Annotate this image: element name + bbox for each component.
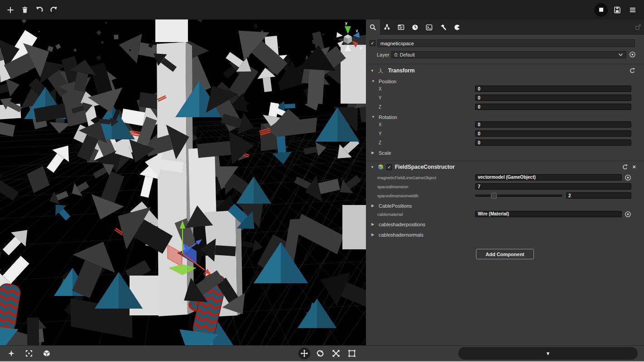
transform-title: Transform	[388, 67, 415, 74]
active-checkbox[interactable]: ✓	[370, 40, 375, 46]
inspector-toolbar	[366, 19, 644, 35]
spacedimension-row: spacedimension	[377, 183, 631, 190]
magnetic-field-object-field[interactable]: vectormodel (GameObject)	[475, 174, 622, 181]
inspector-panel: ✓ Layer 0: Default	[366, 19, 644, 345]
object-picker-icon[interactable]	[624, 210, 631, 218]
position-x-row: X	[379, 86, 631, 92]
spacedimensionwidth-row: spacedimensionwidth	[377, 192, 631, 199]
redo-button[interactable]	[48, 4, 60, 16]
fsc-foldout[interactable]: ▼	[370, 165, 375, 169]
position-y-input[interactable]	[475, 95, 631, 101]
layer-value: 0: Default	[394, 52, 618, 57]
rotation-z-row: Z	[379, 139, 631, 146]
reset-fsc-button[interactable]	[621, 163, 629, 171]
reset-transform-button[interactable]	[629, 67, 636, 74]
pivot-icon	[7, 349, 15, 357]
console-expander[interactable]: ▼	[458, 347, 638, 360]
axis-label-z: z	[356, 29, 358, 33]
magnetic-field-row: magneticFieldLineGameObject vectormodel …	[377, 174, 631, 181]
layer-dropdown[interactable]: 0: Default	[391, 51, 626, 58]
rotation-y-row: Y	[379, 130, 631, 137]
rotation-x-input[interactable]	[475, 121, 631, 128]
reset-icon	[629, 67, 635, 74]
position-y-row: Y	[379, 95, 631, 101]
axis-label: Y	[379, 131, 475, 136]
rotation-y-input[interactable]	[475, 130, 631, 137]
component-fieldspaceconstructor: ▼ ✓ FieldSpaceConstructor	[366, 161, 644, 239]
rotate-tool-button[interactable]	[314, 348, 326, 359]
play-stop-button[interactable]	[594, 3, 608, 17]
menu-button[interactable]	[627, 4, 639, 16]
scale-foldout[interactable]: ▶ Scale	[371, 148, 644, 157]
position-x-input[interactable]	[475, 86, 631, 92]
rotation-label: Rotation	[379, 114, 397, 120]
undo-button[interactable]	[34, 4, 45, 16]
cablepositions-foldout[interactable]: ▶ CablePositions	[371, 201, 644, 210]
tab-profiler[interactable]	[450, 19, 464, 35]
search-icon	[369, 24, 377, 31]
object-picker-icon[interactable]	[624, 174, 631, 181]
editor-window: y z x	[0, 0, 644, 362]
rotation-foldout[interactable]: ▼ Rotation	[371, 113, 644, 121]
component-transform: ▼ Transform	[366, 64, 644, 157]
top-toolbar	[0, 0, 644, 19]
project-icon	[397, 24, 405, 31]
view-cube-icon	[43, 349, 51, 357]
scale-label: Scale	[379, 150, 391, 156]
frame-selected-icon	[25, 349, 33, 357]
layer-picker-icon[interactable]	[629, 51, 636, 58]
rotate-tool-icon	[316, 349, 324, 357]
rotation-z-input[interactable]	[475, 139, 631, 146]
pivot-button[interactable]	[5, 348, 17, 359]
hierarchy-icon	[383, 24, 391, 31]
cablematerial-row: cablematerial Wire (Material)	[377, 211, 631, 217]
undo-icon	[35, 6, 43, 14]
delete-button[interactable]	[19, 4, 31, 16]
cableshadernormals-foldout[interactable]: ▶ cableshadernormals	[371, 230, 644, 239]
spacedimensionwidth-slider[interactable]	[475, 195, 562, 197]
rect-tool-button[interactable]	[346, 348, 358, 359]
undock-icon	[634, 24, 642, 31]
axis-label: Z	[379, 140, 475, 145]
position-z-input[interactable]	[475, 104, 631, 110]
tab-build[interactable]	[436, 19, 450, 35]
move-tool-icon	[300, 349, 308, 357]
cablematerial-object-field[interactable]: Wire (Material)	[475, 211, 622, 217]
stop-icon	[599, 8, 603, 12]
expand-console-icon: ▼	[546, 351, 551, 356]
axis-label: Z	[379, 105, 475, 110]
position-foldout[interactable]: ▼ Position	[371, 77, 644, 86]
fsc-title: FieldSpaceConstructor	[395, 164, 455, 170]
tab-recent[interactable]	[408, 19, 422, 35]
spacedimension-input[interactable]	[475, 183, 631, 190]
tab-search[interactable]	[366, 19, 380, 35]
slider-knob[interactable]	[491, 193, 497, 199]
tab-console[interactable]	[422, 19, 436, 35]
reset-icon	[622, 164, 628, 170]
remove-fsc-button[interactable]: ×	[632, 164, 636, 170]
axis-label-y: y	[345, 21, 347, 25]
fsc-enabled-checkbox[interactable]: ✓	[386, 164, 392, 170]
undock-button[interactable]	[632, 19, 644, 35]
add-component-button[interactable]: Add Component	[476, 249, 534, 259]
frame-selected-button[interactable]	[23, 348, 35, 359]
spacedimensionwidth-value-input[interactable]	[566, 192, 631, 199]
object-name-input[interactable]	[377, 39, 635, 47]
transform-foldout[interactable]: ▼	[370, 69, 375, 73]
scale-tool-button[interactable]	[330, 348, 342, 359]
tab-project[interactable]	[394, 19, 408, 35]
rect-tool-icon	[348, 349, 356, 357]
scene-viewport[interactable]: y z x	[0, 19, 366, 345]
rotation-x-row: X	[379, 121, 631, 128]
scale-tool-icon	[332, 349, 340, 357]
save-button[interactable]	[611, 4, 623, 16]
view-cube-button[interactable]	[41, 348, 53, 359]
add-object-button[interactable]	[5, 4, 16, 16]
layer-label: Layer	[377, 52, 391, 57]
move-tool-button[interactable]	[298, 348, 310, 359]
tab-hierarchy[interactable]	[380, 19, 394, 35]
profiler-icon	[453, 24, 461, 31]
bottom-toolbar: ▼	[0, 345, 644, 361]
build-icon	[439, 24, 447, 31]
cableshaderpositions-foldout[interactable]: ▶ cableshaderpositions	[371, 220, 644, 229]
